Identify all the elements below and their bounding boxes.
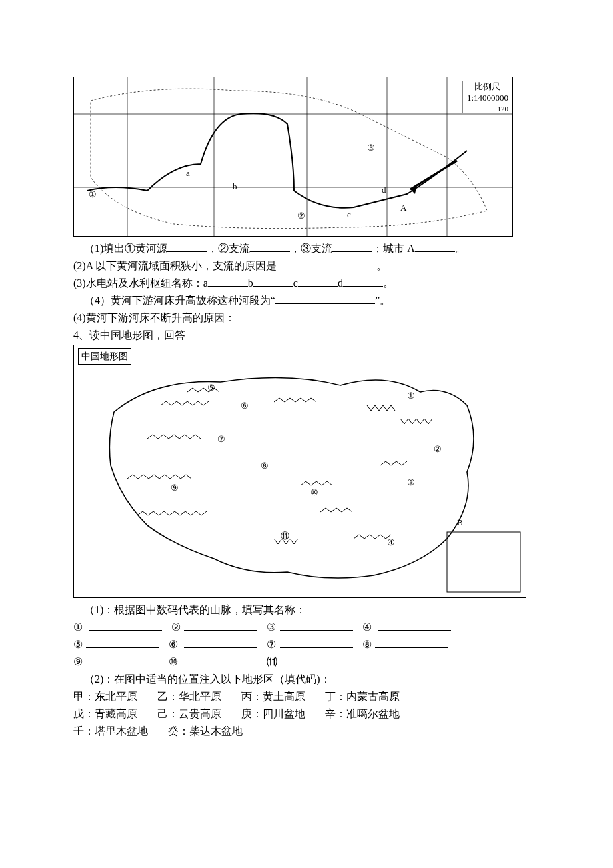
blank[interactable] <box>89 620 162 631</box>
svg-text:②: ② <box>434 444 442 454</box>
terrain-item: 辛：准噶尔盆地 <box>325 706 400 722</box>
scale-value: 1:14000000 <box>467 93 508 104</box>
blank[interactable] <box>275 293 375 304</box>
p1-row1: ① ② ③ ④ <box>73 619 546 635</box>
blank[interactable] <box>332 241 372 252</box>
terrain-item: 丙：黄土高原 <box>241 689 305 705</box>
terrain-item: 己：云贵高原 <box>157 706 221 722</box>
p1-row2: ⑤ ⑥ ⑦ ⑧ <box>73 637 546 653</box>
blank[interactable] <box>280 655 353 665</box>
p1-row3: ⑨ ⑩ ⑾ <box>73 654 546 670</box>
blank[interactable] <box>280 637 353 648</box>
blank[interactable] <box>184 637 257 648</box>
blank[interactable] <box>343 276 383 287</box>
terrain-item: 庚：四川盆地 <box>241 706 305 722</box>
terrain-item: 丁：内蒙古高原 <box>325 689 400 705</box>
svg-text:⑨: ⑨ <box>171 483 179 493</box>
blank[interactable] <box>86 637 159 648</box>
p1-title: （1)：根据图中数码代表的山脉，填写其名称： <box>73 602 546 618</box>
q4-line: （4）黄河下游河床升高故称这种河段为“”。 <box>73 293 546 309</box>
coord-label: 120 <box>467 104 508 113</box>
svg-text:b: b <box>233 181 237 191</box>
terrain-item: 壬：塔里木盆地 <box>73 723 148 739</box>
svg-rect-0 <box>74 77 512 236</box>
map2-title: 中国地形图 <box>78 348 131 365</box>
blank[interactable] <box>167 241 207 252</box>
svg-text:c: c <box>347 209 351 219</box>
china-terrain-map: 中国地形图 ① ② ③ ④ ⑤ ⑥ ⑦ ⑧ ⑨ ⑩ <box>73 345 526 598</box>
sec4-title: 4、读中国地形图，回答 <box>73 327 546 343</box>
q2-line: (2)A 以下黄河流域面积狭小，支流的原因是。 <box>73 258 546 274</box>
blank[interactable] <box>298 276 338 287</box>
svg-text:⑩: ⑩ <box>310 487 318 497</box>
svg-text:⑪: ⑪ <box>281 531 289 541</box>
svg-text:③: ③ <box>407 477 415 487</box>
blank[interactable] <box>184 655 257 665</box>
terrain-item: 乙：华北平原 <box>157 689 221 705</box>
svg-text:②: ② <box>297 211 305 221</box>
scale-label: 比例尺 <box>467 81 508 93</box>
blank[interactable] <box>253 276 293 287</box>
svg-rect-17 <box>447 532 520 592</box>
svg-text:⑥: ⑥ <box>241 401 249 411</box>
svg-text:B: B <box>457 517 463 527</box>
blank[interactable] <box>280 620 353 631</box>
svg-text:⑦: ⑦ <box>217 434 225 444</box>
svg-text:⑧: ⑧ <box>261 461 269 471</box>
blank[interactable] <box>378 620 451 631</box>
terrain-item: 甲：东北平原 <box>73 689 137 705</box>
blank[interactable] <box>208 276 248 287</box>
p2-title: （2)：在图中适当的位置注入以下地形区（填代码)： <box>73 671 546 687</box>
q5-line: (4)黄河下游河床不断升高的原因： <box>73 310 546 326</box>
p2-row1: 甲：东北平原 乙：华北平原 丙：黄土高原 丁：内蒙古高原 <box>73 689 546 705</box>
q3-line: (3)水电站及水利枢纽名称：abcd。 <box>73 275 546 291</box>
map2-svg: ① ② ③ ④ ⑤ ⑥ ⑦ ⑧ ⑨ ⑩ ⑪ B <box>74 345 526 597</box>
q1-line: （1)填出①黄河源，②支流，③支流；城市 A。 <box>73 241 546 257</box>
terrain-item: 戊：青藏高原 <box>73 706 137 722</box>
svg-text:⑤: ⑤ <box>207 383 215 393</box>
blank[interactable] <box>277 259 376 269</box>
svg-text:①: ① <box>89 189 97 199</box>
p2-row2: 戊：青藏高原 己：云贵高原 庚：四川盆地 辛：准噶尔盆地 <box>73 706 546 722</box>
svg-text:A: A <box>400 203 407 213</box>
scale-box: 比例尺 1:14000000 120 <box>462 81 508 113</box>
svg-text:③: ③ <box>367 143 375 153</box>
p2-row3: 壬：塔里木盆地 癸：柴达木盆地 <box>73 723 546 739</box>
blank[interactable] <box>415 241 455 252</box>
blank[interactable] <box>375 637 448 648</box>
svg-text:a: a <box>186 168 190 178</box>
map1-svg: ① ② ③ a b c d A <box>74 77 512 236</box>
blank[interactable] <box>250 241 290 252</box>
blank[interactable] <box>86 655 159 665</box>
blank[interactable] <box>184 620 257 631</box>
svg-text:d: d <box>382 185 386 195</box>
yellow-river-map: 比例尺 1:14000000 120 ① ② ③ a b c d A <box>73 77 513 237</box>
svg-text:④: ④ <box>387 537 395 547</box>
terrain-item: 癸：柴达木盆地 <box>168 723 243 739</box>
svg-text:①: ① <box>407 391 415 401</box>
